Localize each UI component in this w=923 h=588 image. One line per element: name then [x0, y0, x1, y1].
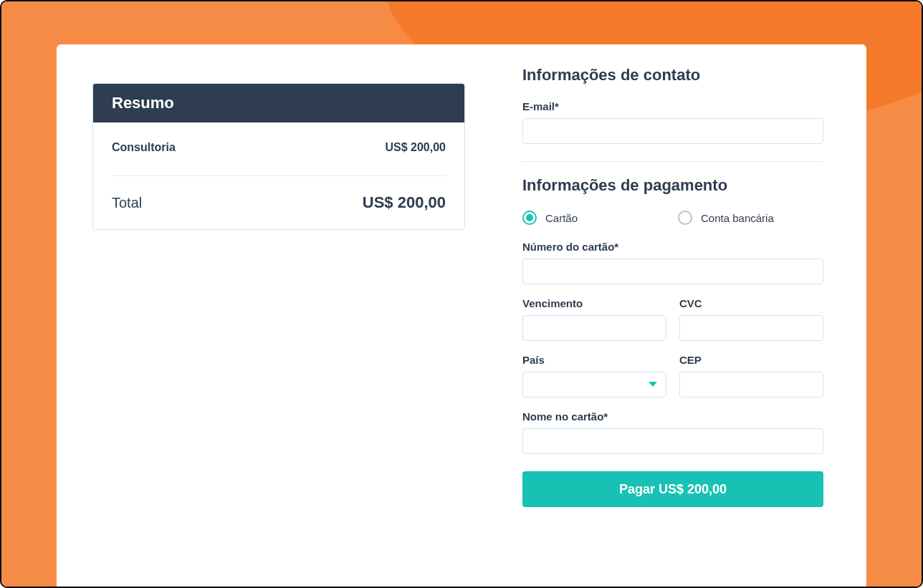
expiry-cvc-row: Vencimento CVC — [522, 297, 823, 341]
expiry-input[interactable] — [522, 315, 666, 341]
total-label: Total — [112, 195, 142, 211]
form-column: Informações de contato E-mail* Informaçõ… — [522, 66, 823, 587]
card-number-field-group: Número do cartão* — [522, 241, 823, 284]
checkout-frame: Resumo Consultoria US$ 200,00 Total US$ … — [0, 0, 923, 588]
country-label: País — [522, 354, 666, 366]
total-amount: US$ 200,00 — [363, 193, 446, 212]
contact-section-title: Informações de contato — [522, 66, 823, 85]
line-item-amount: US$ 200,00 — [385, 141, 446, 154]
email-label: E-mail* — [522, 100, 823, 112]
radio-card[interactable]: Cartão — [522, 211, 578, 225]
cvc-field-group: CVC — [679, 297, 823, 341]
expiry-field-group: Vencimento — [522, 297, 666, 341]
card-number-label: Número do cartão* — [522, 241, 823, 253]
email-field-group: E-mail* — [522, 100, 823, 144]
summary-title: Resumo — [93, 84, 464, 122]
name-on-card-label: Nome no cartão* — [522, 410, 823, 423]
checkout-card: Resumo Consultoria US$ 200,00 Total US$ … — [57, 44, 866, 587]
country-select-wrap — [522, 372, 666, 397]
section-divider — [522, 161, 823, 162]
card-number-input[interactable] — [522, 259, 823, 284]
country-select[interactable] — [522, 372, 666, 397]
line-item-label: Consultoria — [112, 141, 176, 154]
pay-button[interactable]: Pagar US$ 200,00 — [522, 471, 823, 507]
email-input[interactable] — [522, 118, 823, 144]
payment-method-radio-group: Cartão Conta bancária — [522, 211, 823, 225]
zip-input[interactable] — [679, 372, 823, 397]
radio-icon-checked — [522, 211, 537, 225]
summary-body: Consultoria US$ 200,00 Total US$ 200,00 — [93, 122, 464, 229]
summary-total-row: Total US$ 200,00 — [112, 176, 446, 212]
cvc-label: CVC — [679, 297, 823, 309]
radio-bank[interactable]: Conta bancária — [678, 211, 774, 225]
zip-label: CEP — [679, 354, 823, 366]
expiry-label: Vencimento — [522, 297, 666, 309]
radio-card-label: Cartão — [545, 212, 578, 224]
zip-field-group: CEP — [679, 354, 823, 397]
cvc-input[interactable] — [679, 315, 823, 341]
summary-box: Resumo Consultoria US$ 200,00 Total US$ … — [92, 83, 465, 230]
payment-section-title: Informações de pagamento — [522, 176, 823, 195]
radio-icon-unchecked — [678, 211, 692, 225]
country-zip-row: País CEP — [522, 354, 823, 397]
summary-line-item: Consultoria US$ 200,00 — [112, 141, 446, 176]
country-field-group: País — [522, 354, 666, 397]
name-on-card-input[interactable] — [522, 428, 823, 454]
summary-panel: Resumo Consultoria US$ 200,00 Total US$ … — [92, 83, 465, 587]
radio-bank-label: Conta bancária — [701, 212, 774, 224]
name-on-card-field-group: Nome no cartão* — [522, 410, 823, 454]
